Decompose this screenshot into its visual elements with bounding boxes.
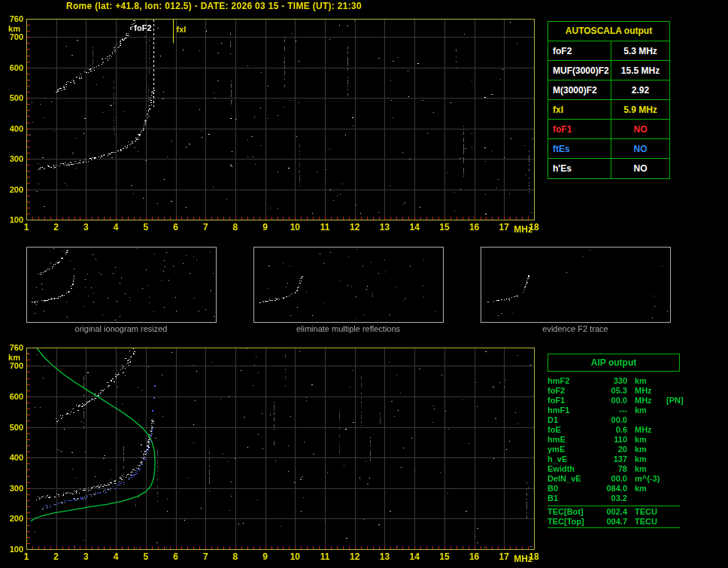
param-label: ymE bbox=[548, 445, 600, 454]
autoscala-output-table: AUTOSCALA output foF25.3 MHzMUF(3000)F21… bbox=[548, 21, 670, 179]
aip-row-hmf2: hmF2330km bbox=[548, 376, 680, 386]
param-flag bbox=[665, 517, 680, 527]
aip-row-hve: h_vE137km bbox=[548, 454, 680, 464]
param-value: NO bbox=[611, 159, 669, 178]
param-flag bbox=[665, 425, 680, 435]
param-flag bbox=[665, 405, 680, 415]
param-label: hmE bbox=[548, 435, 600, 445]
autoscala-row-ftes: ftEsNO bbox=[548, 139, 669, 159]
param-unit: km bbox=[627, 435, 665, 445]
aip-row-d1: D100.0 bbox=[548, 415, 680, 425]
aip-row-hme: hmE110km bbox=[548, 435, 680, 445]
param-value: 5.3 MHz bbox=[611, 41, 669, 60]
param-label: B1 bbox=[548, 494, 600, 503]
param-value: 03.2 bbox=[600, 494, 627, 503]
autoscala-table-title: AUTOSCALA output bbox=[548, 22, 669, 41]
param-value: NO bbox=[611, 139, 669, 158]
autoscala-row-hes: h'EsNO bbox=[548, 159, 669, 178]
param-unit: km bbox=[627, 454, 665, 464]
autoscala-row-fxi: fxI5.9 MHz bbox=[548, 100, 669, 120]
aip-row-tecbot: TEC[Bot]002.4TECU bbox=[548, 507, 680, 517]
param-unit: km bbox=[627, 484, 665, 494]
aip-row-fof1: foF100.0MHz[PN] bbox=[548, 396, 680, 405]
aip-row-yme: ymE20km bbox=[548, 445, 680, 454]
param-unit: km bbox=[627, 405, 665, 415]
param-flag bbox=[665, 435, 680, 445]
autoscala-row-muf3000f2: MUF(3000)F215.5 MHz bbox=[548, 61, 669, 80]
param-value: 20 bbox=[600, 445, 627, 454]
param-label: foF1 bbox=[548, 396, 600, 405]
thumbnail-caption: eliminate multiple reflections bbox=[253, 324, 443, 333]
aip-row-ewidth: Ewidth78km bbox=[548, 464, 680, 474]
param-label: TEC[Top] bbox=[548, 517, 600, 527]
param-value: 004.7 bbox=[600, 517, 627, 527]
param-value: 002.4 bbox=[600, 507, 627, 517]
param-unit: km bbox=[627, 376, 665, 386]
aip-output-table: AIP output hmF2330kmfoF205.3MHzfoF100.0M… bbox=[548, 354, 680, 528]
param-label: hmF1 bbox=[548, 405, 600, 415]
aip-row-delnve: DelN_vE00.0m^(-3) bbox=[548, 474, 680, 484]
param-label: Ewidth bbox=[548, 464, 600, 474]
param-flag bbox=[665, 454, 680, 464]
param-label: foF1 bbox=[548, 120, 611, 138]
aip-tec-rows: TEC[Bot]002.4TECUTEC[Top]004.7TECU bbox=[548, 506, 680, 528]
param-value: 0.6 bbox=[600, 425, 627, 435]
param-unit: m^(-3) bbox=[627, 474, 665, 484]
param-value: 00.0 bbox=[600, 415, 627, 425]
param-value: 15.5 MHz bbox=[611, 61, 669, 80]
param-flag bbox=[665, 445, 680, 454]
param-label: h_vE bbox=[548, 454, 600, 464]
param-unit: TECU bbox=[627, 507, 665, 517]
param-label: M(3000)F2 bbox=[548, 80, 611, 99]
param-flag bbox=[665, 386, 680, 396]
param-value: 2.92 bbox=[611, 80, 669, 99]
param-label: foE bbox=[548, 425, 600, 435]
aip-table-title: AIP output bbox=[548, 354, 680, 372]
param-value: 00.0 bbox=[600, 396, 627, 405]
param-value: 05.3 bbox=[600, 386, 627, 396]
param-value: 330 bbox=[600, 376, 627, 386]
param-label: DelN_vE bbox=[548, 474, 600, 484]
param-value: NO bbox=[611, 120, 669, 138]
aip-row-foe: foE0.6MHz bbox=[548, 425, 680, 435]
param-label: MUF(3000)F2 bbox=[548, 61, 611, 80]
param-label: ftEs bbox=[548, 139, 611, 158]
param-flag bbox=[665, 464, 680, 474]
param-unit: MHz bbox=[627, 386, 665, 396]
param-label: hmF2 bbox=[548, 376, 600, 386]
param-unit: km bbox=[627, 464, 665, 474]
param-flag bbox=[665, 494, 680, 503]
param-label: D1 bbox=[548, 415, 600, 425]
autoscala-row-m3000f2: M(3000)F22.92 bbox=[548, 80, 669, 100]
param-unit: TECU bbox=[627, 517, 665, 527]
param-label: fxI bbox=[548, 100, 611, 119]
aip-row-b1: B103.2 bbox=[548, 494, 680, 503]
aip-row-tectop: TEC[Top]004.7TECU bbox=[548, 517, 680, 527]
param-flag bbox=[665, 484, 680, 494]
param-label: foF2 bbox=[548, 386, 600, 396]
param-unit: MHz bbox=[627, 425, 665, 435]
param-value: --- bbox=[600, 405, 627, 415]
param-label: TEC[Bot] bbox=[548, 507, 600, 517]
aip-row-b0: B0084.0km bbox=[548, 484, 680, 494]
param-unit: MHz bbox=[627, 396, 665, 405]
param-value: 78 bbox=[600, 464, 627, 474]
param-value: 084.0 bbox=[600, 484, 627, 494]
autoscala-table-rows: foF25.3 MHzMUF(3000)F215.5 MHzM(3000)F22… bbox=[548, 41, 669, 178]
param-flag bbox=[665, 507, 680, 517]
aip-table-rows: hmF2330kmfoF205.3MHzfoF100.0MHz[PN]hmF1-… bbox=[548, 376, 680, 503]
param-unit bbox=[627, 415, 665, 425]
param-unit bbox=[627, 494, 665, 503]
param-value: 137 bbox=[600, 454, 627, 464]
param-label: h'Es bbox=[548, 159, 611, 178]
param-value: 5.9 MHz bbox=[611, 100, 669, 119]
param-label: B0 bbox=[548, 484, 600, 494]
param-label: foF2 bbox=[548, 41, 611, 60]
param-value: 110 bbox=[600, 435, 627, 445]
param-value: 00.0 bbox=[600, 474, 627, 484]
autoscala-row-fof1: foF1NO bbox=[548, 120, 669, 139]
param-flag bbox=[665, 376, 680, 386]
page-title: Rome (lat: +41.8, lon: 012.5) - DATE: 20… bbox=[66, 1, 362, 11]
thumbnail-caption: evidence F2 trace bbox=[481, 324, 670, 333]
param-flag bbox=[665, 474, 680, 484]
